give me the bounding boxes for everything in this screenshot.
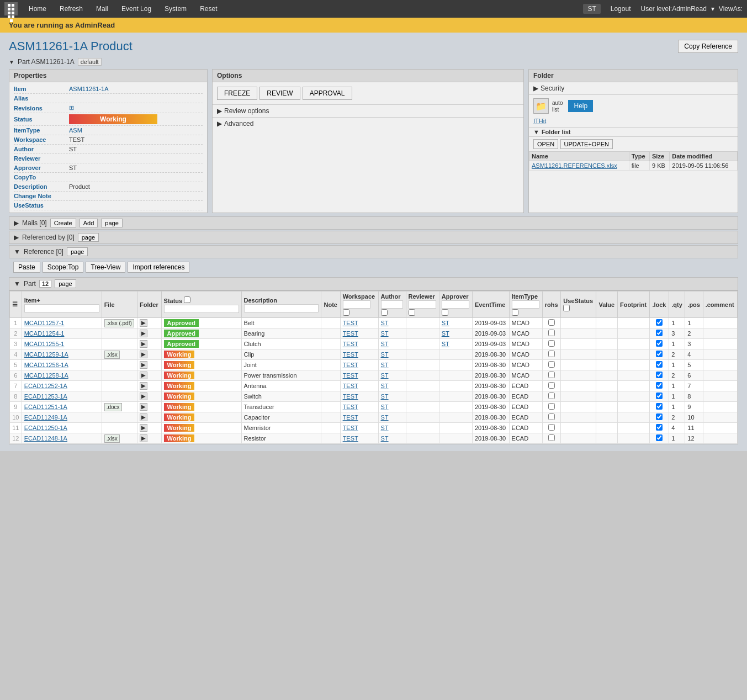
- prop-value-itemtype[interactable]: ASM: [69, 127, 203, 134]
- approver-link[interactable]: ST: [442, 320, 449, 326]
- author-link[interactable]: ST: [381, 372, 389, 379]
- filter-description[interactable]: [244, 304, 319, 312]
- rohs-checkbox[interactable]: [548, 434, 555, 441]
- item-link[interactable]: MCAD11256-1A: [24, 362, 68, 368]
- approver-filter-check[interactable]: [442, 309, 448, 316]
- freeze-button[interactable]: FREEZE: [217, 87, 257, 100]
- nav-refresh[interactable]: Refresh: [54, 1, 88, 17]
- help-button[interactable]: Help: [568, 100, 593, 112]
- status-filter-check[interactable]: [184, 296, 190, 303]
- author-link[interactable]: ST: [381, 435, 389, 442]
- folder-expand-icon[interactable]: ▶: [140, 361, 147, 369]
- folder-auto-option[interactable]: auto: [552, 100, 563, 106]
- copy-reference-button[interactable]: Copy Reference: [678, 40, 738, 53]
- prop-value-item[interactable]: ASM11261-1A: [69, 86, 203, 92]
- review-button[interactable]: REVIEW: [259, 87, 300, 100]
- folder-expand-icon[interactable]: ▶: [140, 382, 147, 390]
- lock-checkbox[interactable]: [656, 361, 663, 368]
- nav-mail[interactable]: Mail: [91, 1, 114, 17]
- lock-checkbox[interactable]: [656, 413, 663, 420]
- author-link[interactable]: ST: [381, 393, 389, 400]
- approver-link[interactable]: ST: [442, 330, 449, 337]
- author-link[interactable]: ST: [381, 362, 389, 368]
- author-link[interactable]: ST: [381, 404, 389, 410]
- workspace-link[interactable]: TEST: [343, 414, 358, 421]
- revisions-icon[interactable]: ⊞: [69, 104, 203, 112]
- ref-page-btn[interactable]: page: [67, 247, 88, 256]
- paste-button[interactable]: Paste: [13, 262, 40, 273]
- folder-expand-icon[interactable]: ▶: [140, 340, 147, 348]
- workspace-link[interactable]: TEST: [343, 425, 358, 431]
- tree-view-button[interactable]: Tree-View: [86, 262, 125, 273]
- rohs-checkbox[interactable]: [548, 382, 555, 389]
- ithit-link[interactable]: ITHit: [533, 118, 546, 124]
- part-page-btn[interactable]: page: [55, 279, 76, 288]
- author-link[interactable]: ST: [381, 383, 389, 389]
- rohs-checkbox[interactable]: [548, 393, 555, 399]
- filter-author[interactable]: [381, 300, 403, 309]
- lock-checkbox[interactable]: [656, 340, 663, 347]
- folder-list-option[interactable]: list: [552, 107, 563, 113]
- itemtype-filter-check[interactable]: [512, 309, 518, 316]
- security-section[interactable]: ▶ Security: [529, 82, 738, 95]
- filter-item[interactable]: [24, 304, 99, 312]
- item-link[interactable]: MCAD11259-1A: [24, 351, 68, 358]
- folder-expand-icon[interactable]: ▶: [140, 393, 147, 400]
- author-link[interactable]: ST: [381, 330, 389, 337]
- reviewer-filter-check[interactable]: [409, 309, 415, 316]
- mails-create-btn[interactable]: Create: [50, 219, 76, 227]
- lock-checkbox[interactable]: [656, 319, 663, 326]
- rohs-checkbox[interactable]: [548, 351, 555, 357]
- item-link[interactable]: MCAD11255-1: [24, 341, 65, 347]
- workspace-link[interactable]: TEST: [343, 404, 358, 410]
- filter-approver[interactable]: [442, 300, 469, 309]
- item-link[interactable]: ECAD11248-1A: [24, 435, 67, 442]
- workspace-link[interactable]: TEST: [343, 330, 358, 337]
- workspace-link[interactable]: TEST: [343, 435, 358, 442]
- rohs-checkbox[interactable]: [548, 372, 555, 378]
- rohs-checkbox[interactable]: [548, 361, 555, 368]
- folder-expand-icon[interactable]: ▶: [140, 330, 147, 337]
- rohs-checkbox[interactable]: [548, 413, 555, 420]
- filter-itemtype[interactable]: [512, 300, 539, 309]
- author-link[interactable]: ST: [381, 425, 389, 431]
- filter-workspace[interactable]: [343, 300, 370, 309]
- lock-checkbox[interactable]: [656, 403, 663, 410]
- folder-expand-icon[interactable]: ▶: [140, 413, 147, 421]
- folder-expand-icon[interactable]: ▶: [140, 434, 147, 442]
- item-link[interactable]: ECAD11251-1A: [24, 404, 67, 410]
- author-link[interactable]: ST: [381, 414, 389, 421]
- author-link[interactable]: ST: [381, 341, 389, 347]
- workspace-filter-check[interactable]: [343, 309, 349, 316]
- folder-expand-icon[interactable]: ▶: [140, 372, 147, 379]
- nav-system[interactable]: System: [159, 1, 192, 17]
- workspace-link[interactable]: TEST: [343, 383, 358, 389]
- workspace-link[interactable]: TEST: [343, 393, 358, 400]
- author-link[interactable]: ST: [381, 320, 389, 326]
- item-link[interactable]: ECAD11253-1A: [24, 393, 67, 400]
- folder-expand-icon[interactable]: ▶: [140, 403, 147, 411]
- open-button[interactable]: OPEN: [533, 139, 558, 149]
- nav-event-log[interactable]: Event Log: [116, 1, 157, 17]
- filter-reviewer[interactable]: [409, 300, 436, 309]
- folder-expand-icon[interactable]: ▶: [140, 424, 147, 432]
- advanced-section[interactable]: ▶ Advanced: [213, 117, 523, 130]
- lock-checkbox[interactable]: [656, 330, 663, 336]
- part-section-header[interactable]: ▼ Part ASM11261-1A default: [9, 58, 738, 66]
- workspace-link[interactable]: TEST: [343, 351, 358, 358]
- usestatus-filter-check[interactable]: [563, 305, 570, 311]
- lock-checkbox[interactable]: [656, 382, 663, 389]
- workspace-link[interactable]: TEST: [343, 320, 358, 326]
- workspace-link[interactable]: TEST: [343, 341, 358, 347]
- scope-top-button[interactable]: Scope:Top: [43, 262, 84, 273]
- import-references-button[interactable]: Import references: [128, 262, 189, 273]
- workspace-link[interactable]: TEST: [343, 362, 358, 368]
- mails-page-btn[interactable]: page: [101, 219, 122, 227]
- approval-button[interactable]: APPROVAL: [303, 87, 352, 100]
- lock-checkbox[interactable]: [656, 434, 663, 441]
- review-options-section[interactable]: ▶ Review options: [213, 104, 523, 117]
- item-link[interactable]: MCAD11258-1A: [24, 372, 68, 379]
- grid-icon[interactable]: [4, 2, 18, 15]
- approver-link[interactable]: ST: [442, 341, 449, 347]
- rohs-checkbox[interactable]: [548, 330, 555, 336]
